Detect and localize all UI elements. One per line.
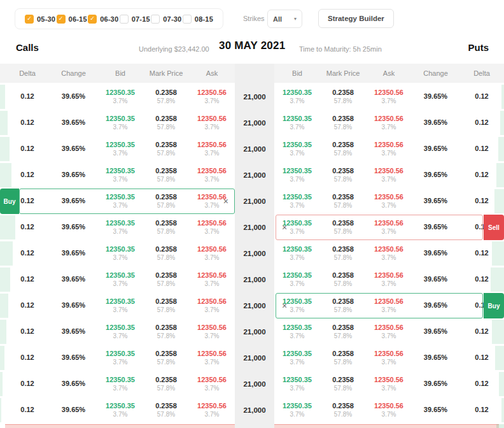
call-ask-cell[interactable]: 12350.563.7% xyxy=(189,346,235,370)
put-bid-cell[interactable]: 12350.353.7% xyxy=(274,398,320,422)
put-ask-cell[interactable]: 12350.563.7% xyxy=(366,346,412,370)
put-mark-price-cell: 0.235857.8% xyxy=(320,346,366,370)
checkbox-checked-icon[interactable]: ✓ xyxy=(25,15,34,24)
call-ask-cell[interactable]: 12350.563.7% xyxy=(189,241,235,266)
put-mark-price-cell: 0.235857.8% xyxy=(320,137,366,161)
put-bid-cell[interactable]: 12350.353.7% xyxy=(274,268,320,292)
put-bid-cell[interactable]: 12350.353.7% xyxy=(274,189,320,213)
checkbox-unchecked-icon[interactable] xyxy=(183,15,192,24)
strike-cell: 21,000 xyxy=(235,398,274,422)
call-ask-cell[interactable]: 12350.563.7% xyxy=(189,372,235,396)
call-bid-cell[interactable]: 12350.353.7% xyxy=(97,163,143,187)
call-change-cell: 39.65% xyxy=(50,215,97,239)
strike-value: 21,000 xyxy=(243,301,265,310)
call-bid-cell[interactable]: 12350.353.7% xyxy=(97,268,143,292)
call-mark-price-cell: 0.235857.8% xyxy=(143,241,189,266)
call-delta-cell: 0.12 xyxy=(5,398,50,422)
strike-cell: 21,000 xyxy=(235,346,274,370)
buy-button[interactable]: Buy xyxy=(484,293,504,318)
call-bid-cell[interactable]: 12350.353.7% xyxy=(97,241,143,266)
put-ask-cell[interactable]: 12350.563.7% xyxy=(366,111,412,135)
call-bid-cell[interactable]: 12350.353.7% xyxy=(97,398,143,422)
call-ask-cell[interactable]: 12350.563.7% xyxy=(189,85,235,109)
call-ask-cell[interactable]: 12350.563.7% xyxy=(189,215,235,239)
put-ask-cell[interactable]: 12350.563.7% xyxy=(366,372,412,396)
expiry-filter-06-15[interactable]: ✓06-15 xyxy=(57,15,87,24)
call-ask-cell[interactable]: 12350.563.7% xyxy=(189,163,235,187)
close-icon[interactable]: × xyxy=(223,197,228,206)
call-ask-cell[interactable]: 12350.563.7% xyxy=(189,398,235,422)
sell-button[interactable]: Sell xyxy=(484,215,504,240)
call-bid-cell[interactable]: 12350.353.7% xyxy=(97,111,143,135)
put-depth-bar xyxy=(499,372,504,396)
column-header-change: Change xyxy=(412,69,459,77)
expiry-filter-08-15[interactable]: 08-15 xyxy=(183,15,213,24)
close-icon[interactable]: × xyxy=(282,301,287,310)
strike-value: 21,000 xyxy=(243,171,265,180)
call-depth-bar xyxy=(0,137,10,161)
expiry-filter-label: 05-30 xyxy=(37,15,55,23)
put-depth-bar xyxy=(501,85,504,109)
call-change-cell: 39.65% xyxy=(50,346,97,370)
put-bid-cell[interactable]: 12350.353.7% xyxy=(274,320,320,344)
call-bid-cell[interactable]: 12350.353.7% xyxy=(97,346,143,370)
expiry-filter-05-30[interactable]: ✓05-30 xyxy=(25,15,55,24)
call-ask-cell[interactable]: 12350.563.7% xyxy=(189,111,235,135)
put-ask-cell[interactable]: 12350.563.7% xyxy=(366,268,412,292)
put-change-cell: 39.65% xyxy=(412,372,459,396)
put-bid-cell[interactable]: 12350.353.7% xyxy=(274,163,320,187)
table-row: 0.1239.65%12350.353.7%0.235857.8%12350.5… xyxy=(5,137,499,161)
put-change-cell: 39.65% xyxy=(412,189,459,213)
put-depth-bar xyxy=(491,268,504,292)
strikes-dropdown[interactable]: All ▾ xyxy=(267,10,302,28)
strike-cell: 21,000 xyxy=(235,215,274,239)
strike-value: 21,000 xyxy=(243,223,265,232)
checkbox-unchecked-icon[interactable] xyxy=(151,15,160,24)
put-ask-cell[interactable]: 12350.563.7% xyxy=(366,85,412,109)
strike-value: 21,000 xyxy=(243,406,265,415)
put-bid-cell[interactable]: 12350.353.7% xyxy=(274,137,320,161)
put-depth-bar xyxy=(500,111,504,135)
call-bid-cell[interactable]: 12350.353.7% xyxy=(97,294,143,318)
put-ask-cell[interactable]: 12350.563.7% xyxy=(366,398,412,422)
underlying-price: Underlying $23,442.00 xyxy=(139,45,209,53)
call-ask-cell[interactable]: 12350.563.7% xyxy=(189,268,235,292)
put-mark-price-cell: 0.235857.8% xyxy=(320,189,366,213)
buy-button[interactable]: Buy xyxy=(0,189,19,214)
put-ask-cell[interactable]: 12350.563.7% xyxy=(366,241,412,266)
expiry-filter-06-30[interactable]: ✓06-30 xyxy=(88,15,118,24)
table-row: 0.1239.65%12350.353.7%0.235857.8%12350.5… xyxy=(5,163,499,187)
call-ask-cell[interactable]: 12350.563.7% xyxy=(189,294,235,318)
put-bid-cell[interactable]: 12350.353.7% xyxy=(274,241,320,266)
puts-section-label: Puts xyxy=(468,42,489,53)
call-bid-cell[interactable]: 12350.353.7% xyxy=(97,85,143,109)
checkbox-checked-icon[interactable]: ✓ xyxy=(57,15,66,24)
call-delta-cell: 0.12 xyxy=(5,268,50,292)
put-bid-cell[interactable]: 12350.353.7% xyxy=(274,85,320,109)
call-bid-cell[interactable]: 12350.353.7% xyxy=(97,372,143,396)
put-depth-bar xyxy=(496,163,504,187)
strategy-builder-button[interactable]: Strategy Builder xyxy=(318,9,394,28)
close-icon[interactable]: × xyxy=(282,223,287,232)
call-bid-cell[interactable]: 12350.353.7% xyxy=(97,320,143,344)
put-ask-cell[interactable]: 12350.563.7% xyxy=(366,163,412,187)
call-bid-cell[interactable]: 12350.353.7% xyxy=(97,137,143,161)
call-depth-bar xyxy=(0,241,13,266)
call-change-cell: 39.65% xyxy=(50,163,97,187)
put-ask-cell[interactable]: 12350.563.7% xyxy=(366,137,412,161)
checkbox-checked-icon[interactable]: ✓ xyxy=(88,15,97,24)
put-bid-cell[interactable]: 12350.353.7% xyxy=(274,346,320,370)
expiry-filter-07-15[interactable]: 07-15 xyxy=(120,15,150,24)
call-ask-cell[interactable]: 12350.563.7% xyxy=(189,320,235,344)
checkbox-unchecked-icon[interactable] xyxy=(120,15,129,24)
call-ask-cell[interactable]: 12350.563.7% xyxy=(189,137,235,161)
expiry-filter-07-30[interactable]: 07-30 xyxy=(151,15,181,24)
put-ask-cell[interactable]: 12350.563.7% xyxy=(366,320,412,344)
selected-put-order-box: × xyxy=(276,293,483,318)
call-bid-cell[interactable]: 12350.353.7% xyxy=(97,215,143,239)
put-bid-cell[interactable]: 12350.353.7% xyxy=(274,372,320,396)
put-change-cell: 39.65% xyxy=(412,320,459,344)
put-ask-cell[interactable]: 12350.563.7% xyxy=(366,189,412,213)
table-row: 0.1239.65%12350.353.7%0.235857.8%12350.5… xyxy=(5,85,499,109)
put-bid-cell[interactable]: 12350.353.7% xyxy=(274,111,320,135)
